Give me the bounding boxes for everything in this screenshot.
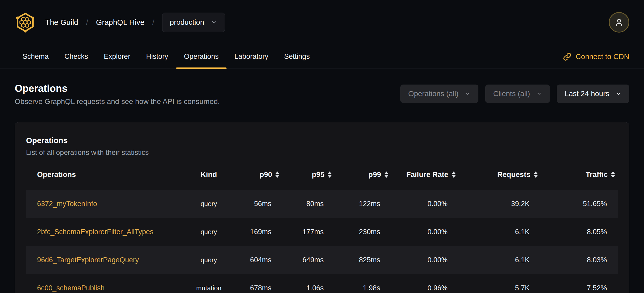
traffic-cell: 8.05% xyxy=(541,218,618,246)
target-selector[interactable]: production xyxy=(162,13,225,32)
table-row: 6372_myTokenInfo query 56ms 80ms 122ms 0… xyxy=(26,190,618,218)
connect-to-cdn-link[interactable]: Connect to CDN xyxy=(563,53,629,61)
chevron-down-icon xyxy=(536,91,542,97)
table-row: 96d6_TargetExplorerPageQuery query 604ms… xyxy=(26,246,618,274)
sort-arrows-icon[interactable] xyxy=(611,171,615,178)
requests-cell: 5.7K xyxy=(459,274,541,293)
p90-cell: 169ms xyxy=(244,218,282,246)
failure-rate-cell: 0.00% xyxy=(391,190,459,218)
p95-cell: 177ms xyxy=(282,218,335,246)
period-dropdown[interactable]: Last 24 hours xyxy=(557,85,629,103)
breadcrumb: The Guild / GraphQL Hive / production xyxy=(45,13,225,32)
column-header-label: Traffic xyxy=(586,170,608,179)
sort-arrows-icon[interactable] xyxy=(534,171,538,178)
sort-arrows-icon[interactable] xyxy=(275,171,279,178)
card-title: Operations xyxy=(26,136,618,145)
p99-cell: 122ms xyxy=(335,190,391,218)
failure-rate-cell: 0.00% xyxy=(391,246,459,274)
p99-cell: 230ms xyxy=(335,218,391,246)
column-header[interactable]: p99 xyxy=(335,159,391,190)
column-header-label: Kind xyxy=(201,170,217,179)
operations-filter-dropdown[interactable]: Operations (all) xyxy=(400,85,478,103)
sort-arrows-icon[interactable] xyxy=(385,171,388,178)
traffic-cell: 51.65% xyxy=(541,190,618,218)
tabs: Schema Checks Explorer History Operation… xyxy=(15,45,318,69)
operation-link[interactable]: 6c00_schemaPublish xyxy=(37,284,105,292)
operations-table: Operations Kind xyxy=(26,159,618,293)
nav-tab[interactable]: Operations xyxy=(176,45,227,69)
failure-rate-cell: 0.96% xyxy=(391,274,459,293)
p95-cell: 80ms xyxy=(282,190,335,218)
p90-cell: 56ms xyxy=(244,190,282,218)
breadcrumb-org[interactable]: The Guild xyxy=(45,18,78,27)
column-header[interactable]: Operations xyxy=(26,159,173,190)
target-selector-value: production xyxy=(170,18,204,27)
kind-cell: query xyxy=(173,246,244,274)
operation-link[interactable]: 2bfc_SchemaExplorerFilter_AllTypes xyxy=(37,228,154,236)
p95-cell: 649ms xyxy=(282,246,335,274)
table-header-row: Operations Kind xyxy=(26,159,618,190)
p99-cell: 825ms xyxy=(335,246,391,274)
operation-link[interactable]: 6372_myTokenInfo xyxy=(37,200,97,208)
nav-tab[interactable]: History xyxy=(138,45,176,69)
column-header[interactable]: Traffic xyxy=(541,159,618,190)
page-title: Operations xyxy=(15,83,220,94)
card-subtitle: List of all operations with their statis… xyxy=(26,149,618,157)
failure-rate-cell: 0.00% xyxy=(391,218,459,246)
kind-cell: mutation xyxy=(173,274,244,293)
p99-cell: 1.98s xyxy=(335,274,391,293)
hive-logo-icon xyxy=(15,12,36,33)
clients-filter-label: Clients (all) xyxy=(493,90,530,98)
p90-cell: 604ms xyxy=(244,246,282,274)
user-avatar[interactable] xyxy=(609,12,629,33)
nav-tab[interactable]: Checks xyxy=(57,45,96,69)
connect-to-cdn-label: Connect to CDN xyxy=(576,53,629,61)
column-header[interactable]: Failure Rate xyxy=(391,159,459,190)
link-icon xyxy=(563,53,571,61)
column-header[interactable]: p90 xyxy=(244,159,282,190)
column-header-label: p95 xyxy=(312,170,324,179)
p95-cell: 1.06s xyxy=(282,274,335,293)
column-header[interactable]: Kind xyxy=(173,159,244,190)
topbar: The Guild / GraphQL Hive / production xyxy=(0,0,644,45)
table-row: 6c00_schemaPublish mutation 678ms 1.06s … xyxy=(26,274,618,293)
traffic-cell: 8.03% xyxy=(541,246,618,274)
chevron-down-icon xyxy=(616,91,621,97)
tab-navigation: Schema Checks Explorer History Operation… xyxy=(0,45,644,69)
sort-arrows-icon[interactable] xyxy=(328,171,331,178)
nav-tab[interactable]: Settings xyxy=(276,45,318,69)
hive-logo[interactable] xyxy=(15,12,36,33)
kind-cell: query xyxy=(173,218,244,246)
chevron-down-icon xyxy=(211,19,217,25)
operations-filter-label: Operations (all) xyxy=(408,90,458,98)
p90-cell: 678ms xyxy=(244,274,282,293)
chevron-down-icon xyxy=(465,91,471,97)
column-header-label: p99 xyxy=(368,170,381,179)
page-subtitle: Observe GraphQL requests and see how the… xyxy=(15,97,220,106)
clients-filter-dropdown[interactable]: Clients (all) xyxy=(485,85,550,103)
nav-tab[interactable]: Schema xyxy=(15,45,57,69)
breadcrumb-separator: / xyxy=(86,18,88,27)
nav-tab[interactable]: Laboratory xyxy=(227,45,276,69)
column-header[interactable]: p95 xyxy=(282,159,335,190)
requests-cell: 39.2K xyxy=(459,190,541,218)
main-content: Operations Observe GraphQL requests and … xyxy=(0,69,644,293)
traffic-cell: 7.52% xyxy=(541,274,618,293)
nav-tab[interactable]: Explorer xyxy=(96,45,138,69)
column-header[interactable]: Requests xyxy=(459,159,541,190)
column-header-label: Operations xyxy=(37,170,76,179)
operations-card: Operations List of all operations with t… xyxy=(15,122,629,293)
user-icon xyxy=(614,17,624,27)
column-header-label: p90 xyxy=(259,170,272,179)
column-header-label: Failure Rate xyxy=(406,170,448,179)
kind-cell: query xyxy=(173,190,244,218)
operation-link[interactable]: 96d6_TargetExplorerPageQuery xyxy=(37,256,139,264)
requests-cell: 6.1K xyxy=(459,246,541,274)
period-label: Last 24 hours xyxy=(565,90,609,98)
requests-cell: 6.1K xyxy=(459,218,541,246)
column-header-label: Requests xyxy=(497,170,530,179)
sort-arrows-icon[interactable] xyxy=(452,171,456,178)
breadcrumb-project[interactable]: GraphQL Hive xyxy=(96,18,144,27)
page-header: Operations Observe GraphQL requests and … xyxy=(0,69,644,106)
breadcrumb-separator: / xyxy=(152,18,155,27)
